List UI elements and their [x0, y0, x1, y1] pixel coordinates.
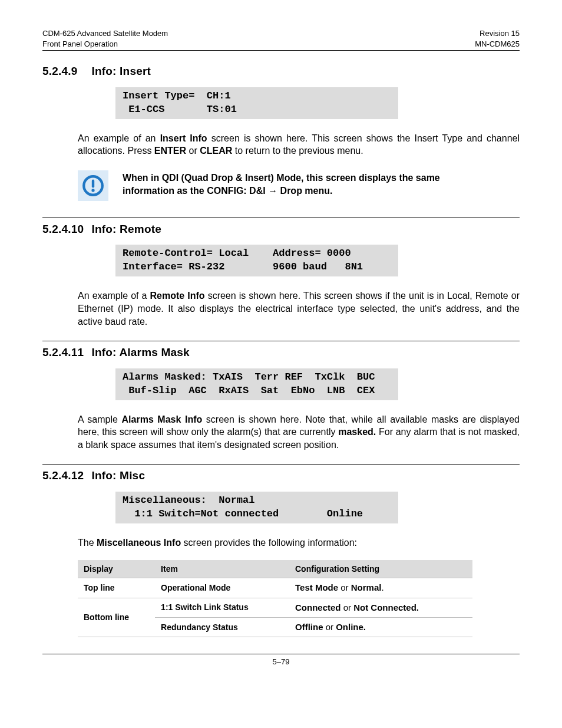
- svg-point-2: [91, 189, 94, 192]
- note-text: When in QDI (Quad Drop & Insert) Mode, t…: [123, 170, 440, 198]
- heading-title: Info: Misc: [91, 469, 145, 482]
- svg-rect-1: [92, 179, 94, 187]
- para-remote: An example of a Remote Info screen is sh…: [78, 289, 520, 328]
- heading-number: 5.2.4.12: [42, 468, 88, 483]
- divider: [42, 218, 520, 218]
- cell-display: Top line: [78, 578, 155, 598]
- header-right: Revision 15 MN-CDM625: [475, 28, 520, 49]
- attention-icon: [78, 170, 108, 201]
- heading-insert: 5.2.4.9 Info: Insert: [42, 64, 520, 79]
- lcd-screen-remote: Remote-Control= Local Address= 0000 Inte…: [115, 245, 398, 276]
- arrow-icon: →: [268, 185, 277, 197]
- lcd-screen-insert: Insert Type= CH:1 E1-CCS TS:01: [115, 87, 398, 119]
- divider: [42, 341, 520, 341]
- heading-misc: 5.2.4.12 Info: Misc: [42, 468, 520, 483]
- cell-item: Redundancy Status: [155, 617, 289, 637]
- col-item: Item: [155, 560, 289, 578]
- heading-remote: 5.2.4.10 Info: Remote: [42, 222, 520, 237]
- misc-info-table: Display Item Configuration Setting Top l…: [78, 560, 472, 638]
- col-display: Display: [78, 560, 155, 578]
- para-misc: The Miscellaneous Info screen provides t…: [78, 536, 520, 549]
- header-docid: MN-CDM625: [475, 39, 520, 48]
- cell-config: Test Mode or Normal.: [289, 578, 472, 598]
- lcd-screen-misc: Miscellaneous: Normal 1:1 Switch=Not con…: [115, 492, 398, 523]
- header-revision: Revision 15: [480, 29, 520, 38]
- header-section: Front Panel Operation: [42, 39, 118, 48]
- section-info-insert: 5.2.4.9 Info: Insert Insert Type= CH:1 E…: [42, 64, 520, 201]
- cell-item: 1:1 Switch Link Status: [155, 598, 289, 617]
- section-info-alarms: 5.2.4.11 Info: Alarms Mask Alarms Masked…: [42, 345, 520, 451]
- para-insert: An example of an Insert Info screen is s…: [78, 132, 520, 157]
- section-info-remote: 5.2.4.10 Info: Remote Remote-Control= Lo…: [42, 222, 520, 328]
- para-alarms: A sample Alarms Mask Info screen is show…: [78, 413, 520, 452]
- note-callout: When in QDI (Quad Drop & Insert) Mode, t…: [78, 170, 520, 201]
- cell-display: Bottom line: [78, 598, 155, 637]
- heading-number: 5.2.4.9: [42, 64, 88, 79]
- table-row: Top line Operational Mode Test Mode or N…: [78, 578, 472, 598]
- table-header-row: Display Item Configuration Setting: [78, 560, 472, 578]
- heading-alarms: 5.2.4.11 Info: Alarms Mask: [42, 345, 520, 360]
- col-config: Configuration Setting: [289, 560, 472, 578]
- heading-title: Info: Insert: [91, 65, 151, 77]
- header-left: CDM-625 Advanced Satellite Modem Front P…: [42, 28, 168, 49]
- cell-config: Connected or Not Connected.: [289, 598, 472, 617]
- cell-config: Offline or Online.: [289, 617, 472, 637]
- header-product: CDM-625 Advanced Satellite Modem: [42, 29, 168, 38]
- table-row: Bottom line 1:1 Switch Link Status Conne…: [78, 598, 472, 617]
- heading-number: 5.2.4.10: [42, 222, 88, 237]
- heading-title: Info: Alarms Mask: [91, 346, 189, 358]
- heading-title: Info: Remote: [91, 223, 161, 235]
- lcd-screen-alarms: Alarms Masked: TxAIS Terr REF TxClk BUC …: [115, 368, 398, 400]
- page-number: 5–79: [273, 657, 290, 666]
- section-info-misc: 5.2.4.12 Info: Misc Miscellaneous: Norma…: [42, 468, 520, 637]
- page-footer: 5–79: [42, 654, 520, 667]
- page-header: CDM-625 Advanced Satellite Modem Front P…: [42, 28, 520, 51]
- heading-number: 5.2.4.11: [42, 345, 88, 360]
- divider: [42, 464, 520, 465]
- cell-item: Operational Mode: [155, 578, 289, 598]
